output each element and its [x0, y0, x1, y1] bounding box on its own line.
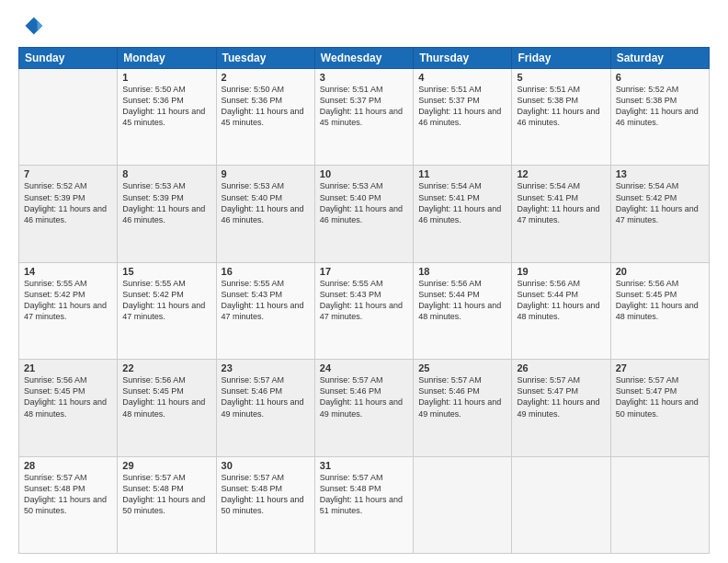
- weekday-header: Wednesday: [314, 48, 413, 69]
- header: [18, 14, 710, 40]
- day-number: 23: [222, 362, 310, 373]
- day-info: Sunrise: 5:56 AM Sunset: 5:44 PM Dayligh…: [517, 278, 605, 323]
- weekday-header: Monday: [118, 48, 216, 69]
- day-info: Sunrise: 5:57 AM Sunset: 5:48 PM Dayligh…: [24, 472, 112, 517]
- calendar-day-cell: 24Sunrise: 5:57 AM Sunset: 5:46 PM Dayli…: [314, 360, 413, 456]
- calendar-day-cell: 19Sunrise: 5:56 AM Sunset: 5:44 PM Dayli…: [512, 262, 610, 359]
- day-info: Sunrise: 5:53 AM Sunset: 5:39 PM Dayligh…: [122, 180, 210, 225]
- calendar-day-cell: 20Sunrise: 5:56 AM Sunset: 5:45 PM Dayli…: [610, 262, 709, 359]
- day-number: 14: [24, 266, 112, 277]
- day-info: Sunrise: 5:52 AM Sunset: 5:39 PM Dayligh…: [24, 180, 112, 225]
- day-info: Sunrise: 5:57 AM Sunset: 5:48 PM Dayligh…: [122, 472, 210, 517]
- day-number: 1: [122, 72, 210, 83]
- day-number: 10: [320, 168, 408, 179]
- day-number: 19: [517, 266, 605, 277]
- calendar-day-cell: 3Sunrise: 5:51 AM Sunset: 5:37 PM Daylig…: [314, 69, 413, 166]
- calendar-day-cell: 6Sunrise: 5:52 AM Sunset: 5:38 PM Daylig…: [610, 69, 709, 166]
- calendar-day-cell: 9Sunrise: 5:53 AM Sunset: 5:40 PM Daylig…: [216, 166, 314, 262]
- day-info: Sunrise: 5:51 AM Sunset: 5:38 PM Dayligh…: [517, 84, 605, 129]
- calendar-day-cell: 22Sunrise: 5:56 AM Sunset: 5:45 PM Dayli…: [118, 360, 216, 456]
- logo-icon: [18, 14, 44, 40]
- calendar-day-cell: 13Sunrise: 5:54 AM Sunset: 5:42 PM Dayli…: [610, 166, 709, 262]
- day-info: Sunrise: 5:53 AM Sunset: 5:40 PM Dayligh…: [222, 180, 310, 225]
- day-number: 7: [24, 168, 112, 179]
- day-info: Sunrise: 5:57 AM Sunset: 5:48 PM Dayligh…: [222, 472, 310, 517]
- calendar-day-cell: 7Sunrise: 5:52 AM Sunset: 5:39 PM Daylig…: [19, 166, 118, 262]
- calendar-header: SundayMondayTuesdayWednesdayThursdayFrid…: [19, 48, 710, 69]
- day-info: Sunrise: 5:50 AM Sunset: 5:36 PM Dayligh…: [222, 84, 310, 129]
- day-info: Sunrise: 5:54 AM Sunset: 5:41 PM Dayligh…: [418, 180, 506, 225]
- day-number: 22: [122, 362, 210, 373]
- calendar-day-cell: 14Sunrise: 5:55 AM Sunset: 5:42 PM Dayli…: [19, 262, 118, 359]
- day-number: 29: [122, 460, 210, 471]
- calendar-day-cell: 28Sunrise: 5:57 AM Sunset: 5:48 PM Dayli…: [19, 456, 118, 553]
- day-number: 6: [616, 72, 704, 83]
- calendar-day-cell: 5Sunrise: 5:51 AM Sunset: 5:38 PM Daylig…: [512, 69, 610, 166]
- weekday-header: Thursday: [414, 48, 512, 69]
- calendar-day-cell: 12Sunrise: 5:54 AM Sunset: 5:41 PM Dayli…: [512, 166, 610, 262]
- calendar-day-cell: 30Sunrise: 5:57 AM Sunset: 5:48 PM Dayli…: [216, 456, 314, 553]
- calendar-day-cell: 8Sunrise: 5:53 AM Sunset: 5:39 PM Daylig…: [118, 166, 216, 262]
- day-number: 24: [320, 362, 408, 373]
- day-number: 26: [517, 362, 605, 373]
- calendar-day-cell: [414, 456, 512, 553]
- calendar-day-cell: 25Sunrise: 5:57 AM Sunset: 5:46 PM Dayli…: [414, 360, 512, 456]
- logo: [18, 14, 48, 40]
- day-number: 4: [418, 72, 506, 83]
- day-info: Sunrise: 5:57 AM Sunset: 5:47 PM Dayligh…: [616, 374, 704, 419]
- day-info: Sunrise: 5:51 AM Sunset: 5:37 PM Dayligh…: [320, 84, 408, 129]
- calendar-day-cell: 29Sunrise: 5:57 AM Sunset: 5:48 PM Dayli…: [118, 456, 216, 553]
- day-info: Sunrise: 5:51 AM Sunset: 5:37 PM Dayligh…: [418, 84, 506, 129]
- day-number: 12: [517, 168, 605, 179]
- day-info: Sunrise: 5:55 AM Sunset: 5:42 PM Dayligh…: [122, 278, 210, 323]
- calendar-day-cell: 27Sunrise: 5:57 AM Sunset: 5:47 PM Dayli…: [610, 360, 709, 456]
- day-number: 21: [24, 362, 112, 373]
- day-info: Sunrise: 5:56 AM Sunset: 5:45 PM Dayligh…: [616, 278, 704, 323]
- day-info: Sunrise: 5:54 AM Sunset: 5:42 PM Dayligh…: [616, 180, 704, 225]
- day-info: Sunrise: 5:55 AM Sunset: 5:43 PM Dayligh…: [320, 278, 408, 323]
- day-info: Sunrise: 5:53 AM Sunset: 5:40 PM Dayligh…: [320, 180, 408, 225]
- weekday-header: Sunday: [19, 48, 118, 69]
- day-info: Sunrise: 5:56 AM Sunset: 5:44 PM Dayligh…: [418, 278, 506, 323]
- weekday-header: Saturday: [610, 48, 709, 69]
- day-info: Sunrise: 5:54 AM Sunset: 5:41 PM Dayligh…: [517, 180, 605, 225]
- day-info: Sunrise: 5:57 AM Sunset: 5:47 PM Dayligh…: [517, 374, 605, 419]
- day-number: 18: [418, 266, 506, 277]
- calendar-day-cell: 18Sunrise: 5:56 AM Sunset: 5:44 PM Dayli…: [414, 262, 512, 359]
- day-number: 11: [418, 168, 506, 179]
- day-number: 20: [616, 266, 704, 277]
- day-info: Sunrise: 5:55 AM Sunset: 5:42 PM Dayligh…: [24, 278, 112, 323]
- calendar-day-cell: 16Sunrise: 5:55 AM Sunset: 5:43 PM Dayli…: [216, 262, 314, 359]
- day-info: Sunrise: 5:55 AM Sunset: 5:43 PM Dayligh…: [222, 278, 310, 323]
- day-info: Sunrise: 5:50 AM Sunset: 5:36 PM Dayligh…: [122, 84, 210, 129]
- calendar-day-cell: 4Sunrise: 5:51 AM Sunset: 5:37 PM Daylig…: [414, 69, 512, 166]
- day-number: 25: [418, 362, 506, 373]
- day-number: 28: [24, 460, 112, 471]
- day-info: Sunrise: 5:57 AM Sunset: 5:46 PM Dayligh…: [320, 374, 408, 419]
- calendar-week-row: 14Sunrise: 5:55 AM Sunset: 5:42 PM Dayli…: [19, 262, 710, 359]
- day-number: 9: [222, 168, 310, 179]
- svg-marker-1: [38, 20, 43, 30]
- weekday-header: Tuesday: [216, 48, 314, 69]
- calendar-day-cell: [610, 456, 709, 553]
- calendar-week-row: 28Sunrise: 5:57 AM Sunset: 5:48 PM Dayli…: [19, 456, 710, 553]
- calendar-day-cell: [19, 69, 118, 166]
- day-number: 16: [222, 266, 310, 277]
- day-number: 8: [122, 168, 210, 179]
- calendar-day-cell: 21Sunrise: 5:56 AM Sunset: 5:45 PM Dayli…: [19, 360, 118, 456]
- weekday-header: Friday: [512, 48, 610, 69]
- day-info: Sunrise: 5:57 AM Sunset: 5:48 PM Dayligh…: [320, 472, 408, 517]
- calendar-table: SundayMondayTuesdayWednesdayThursdayFrid…: [18, 47, 710, 554]
- calendar-day-cell: 2Sunrise: 5:50 AM Sunset: 5:36 PM Daylig…: [216, 69, 314, 166]
- day-info: Sunrise: 5:56 AM Sunset: 5:45 PM Dayligh…: [122, 374, 210, 419]
- day-info: Sunrise: 5:57 AM Sunset: 5:46 PM Dayligh…: [222, 374, 310, 419]
- calendar-day-cell: 17Sunrise: 5:55 AM Sunset: 5:43 PM Dayli…: [314, 262, 413, 359]
- calendar-day-cell: 26Sunrise: 5:57 AM Sunset: 5:47 PM Dayli…: [512, 360, 610, 456]
- calendar-day-cell: [512, 456, 610, 553]
- day-info: Sunrise: 5:57 AM Sunset: 5:46 PM Dayligh…: [418, 374, 506, 419]
- day-number: 31: [320, 460, 408, 471]
- calendar-week-row: 1Sunrise: 5:50 AM Sunset: 5:36 PM Daylig…: [19, 69, 710, 166]
- calendar-week-row: 21Sunrise: 5:56 AM Sunset: 5:45 PM Dayli…: [19, 360, 710, 456]
- day-info: Sunrise: 5:52 AM Sunset: 5:38 PM Dayligh…: [616, 84, 704, 129]
- calendar-week-row: 7Sunrise: 5:52 AM Sunset: 5:39 PM Daylig…: [19, 166, 710, 262]
